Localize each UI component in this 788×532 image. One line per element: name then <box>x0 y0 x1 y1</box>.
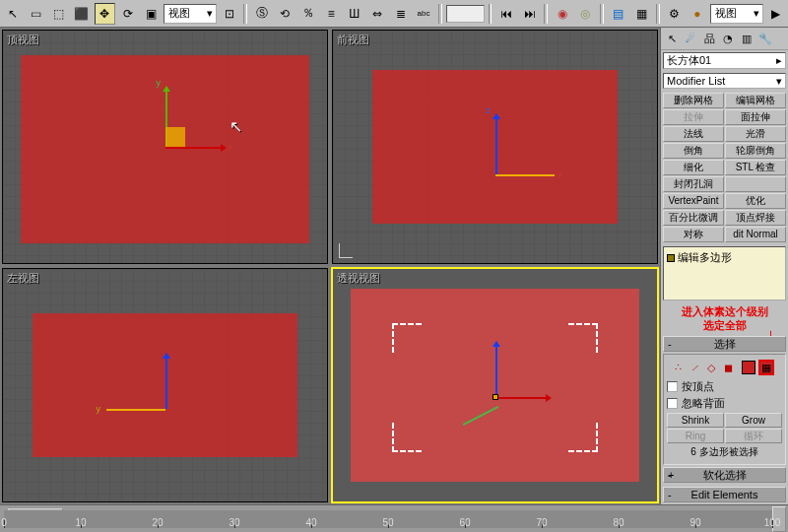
axis-y[interactable] <box>106 409 165 411</box>
rotate-icon[interactable]: ⟳ <box>117 3 138 25</box>
axis-z[interactable] <box>495 343 497 397</box>
loop-button[interactable]: 循环 <box>725 429 782 443</box>
separator <box>544 4 548 24</box>
create-tab-icon[interactable]: ↖ <box>663 30 681 47</box>
soft-selection-rollout-header[interactable]: + 软化选择 <box>663 467 786 483</box>
axis-z-label: z <box>487 105 492 115</box>
axis-plane[interactable] <box>165 127 185 147</box>
ring-button[interactable]: Ring <box>667 429 724 443</box>
select-paint-icon[interactable]: ⬛ <box>71 3 92 25</box>
viewport-front[interactable]: 前视图 z x <box>332 30 658 264</box>
mod-btn[interactable]: 封闭孔洞 <box>663 176 724 192</box>
checkbox-icon[interactable] <box>667 398 678 409</box>
ruler-label: 10 <box>75 517 86 528</box>
spinner-snap-icon[interactable]: ≡ <box>321 3 342 25</box>
element-level-active-icon[interactable]: ▦ <box>758 360 774 375</box>
annotation-line1: 进入体素这个级别 <box>682 305 768 317</box>
schematic-icon[interactable]: ▤ <box>608 3 628 25</box>
select-region-icon[interactable]: ▭ <box>25 3 45 25</box>
ignore-backfacing-checkbox[interactable]: 忽略背面 <box>667 396 782 411</box>
next-key-icon[interactable]: ⏭ <box>519 3 540 25</box>
axis-x[interactable] <box>165 147 225 149</box>
mod-btn[interactable]: 编辑网格 <box>725 93 786 108</box>
quick-render-icon[interactable]: ● <box>687 3 707 25</box>
stack-item[interactable]: 编辑多边形 <box>667 250 782 265</box>
mirror-icon[interactable]: Ш <box>344 3 364 25</box>
viewport-left[interactable]: 左视图 y <box>2 268 328 502</box>
select-lasso-icon[interactable]: ⬚ <box>48 3 69 25</box>
axis-x[interactable] <box>495 397 550 399</box>
viewport-top[interactable]: 顶视图 y x ↖ <box>2 30 328 264</box>
motion-tab-icon[interactable]: ◔ <box>719 30 737 47</box>
element-level-icon[interactable] <box>742 361 755 374</box>
mod-btn[interactable]: 细化 <box>663 160 724 175</box>
percent-snap-icon[interactable]: ％ <box>297 3 318 25</box>
mod-btn[interactable]: 倒角 <box>663 143 724 159</box>
border-level-icon[interactable]: ◇ <box>704 361 718 374</box>
ruler-label: 100 <box>764 517 781 528</box>
checkbox-icon[interactable] <box>667 381 678 392</box>
mod-btn[interactable]: STL 检查 <box>725 160 786 175</box>
selection-rollout-header[interactable]: 选择 <box>663 336 786 352</box>
scale-icon[interactable]: ▣ <box>141 3 162 25</box>
render-icon[interactable]: ◎ <box>575 3 596 25</box>
mod-btn[interactable]: dit Normal <box>725 227 786 242</box>
by-vertex-checkbox[interactable]: 按顶点 <box>667 379 782 394</box>
mod-btn[interactable]: 光滑 <box>725 126 786 142</box>
pivot-icon[interactable]: ⊡ <box>219 3 239 25</box>
hierarchy-tab-icon[interactable]: 品 <box>700 30 718 47</box>
modifier-list-dropdown[interactable]: Modifier List <box>663 73 786 89</box>
stack-toggle-icon[interactable] <box>667 254 675 262</box>
curve-editor-icon[interactable]: ▦ <box>630 3 651 25</box>
named-sel-icon[interactable]: abc <box>413 3 433 25</box>
mod-btn[interactable]: VertexPaint <box>663 193 724 209</box>
soft-selection-label: 软化选择 <box>703 469 747 481</box>
mod-btn[interactable]: 法线 <box>663 126 724 142</box>
key-spinner[interactable] <box>446 5 485 23</box>
polygon-level-icon[interactable]: ◼ <box>721 361 735 374</box>
ruler-label: 40 <box>305 517 316 528</box>
utilities-tab-icon[interactable]: 🔧 <box>756 30 774 47</box>
edge-level-icon[interactable]: ⟋ <box>688 361 701 374</box>
modify-tab-icon[interactable]: ☄ <box>682 30 699 47</box>
move-icon[interactable]: ✥ <box>95 3 115 25</box>
axis-z[interactable] <box>495 115 497 174</box>
ruler-label: 80 <box>613 517 624 528</box>
main-area: 顶视图 y x ↖ 前视图 z <box>0 28 788 504</box>
annotation-text: 进入体素这个级别 选定全部 ↓ <box>661 302 788 334</box>
modifier-stack[interactable]: 编辑多边形 <box>663 246 786 300</box>
axis-x[interactable] <box>495 174 555 176</box>
edit-elements-rollout-header[interactable]: Edit Elements <box>663 487 786 502</box>
prev-key-icon[interactable]: ⏮ <box>495 3 516 25</box>
mod-btn[interactable]: 对称 <box>663 227 724 242</box>
main-toolbar: ↖ ▭ ⬚ ⬛ ✥ ⟳ ▣ 视图 ⊡ Ⓢ ⟲ ％ ≡ Ш ⇔ ≣ abc ⏮ ⏭… <box>0 0 788 28</box>
quad-viewports: 顶视图 y x ↖ 前视图 z <box>0 28 660 504</box>
mod-btn[interactable]: 顶点焊接 <box>725 210 786 226</box>
mod-btn <box>725 176 786 192</box>
grow-button[interactable]: Grow <box>725 413 782 428</box>
mod-btn[interactable]: 轮廓倒角 <box>725 143 786 159</box>
align-icon[interactable]: ⇔ <box>366 3 387 25</box>
render-scene-icon[interactable]: ⚙ <box>664 3 685 25</box>
shrink-button[interactable]: Shrink <box>667 413 724 428</box>
angle-snap-icon[interactable]: ⟲ <box>275 3 296 25</box>
material-editor-icon[interactable]: ◉ <box>552 3 572 25</box>
select-object-icon[interactable]: ↖ <box>2 3 23 25</box>
mod-btn[interactable]: 百分比微调 <box>663 210 724 226</box>
display-tab-icon[interactable]: ▥ <box>738 30 755 47</box>
snap-toggle-icon[interactable]: Ⓢ <box>251 3 272 25</box>
render-last-icon[interactable]: ▶ <box>765 3 786 25</box>
time-ruler[interactable]: 0102030405060708090100 <box>4 510 772 528</box>
object-name-field[interactable]: 长方体01 <box>663 52 786 69</box>
render-view-dropdown[interactable]: 视图 <box>710 4 763 24</box>
mod-btn[interactable]: 删除网格 <box>663 93 724 108</box>
mod-btn[interactable]: 面拉伸 <box>725 109 786 125</box>
mod-btn[interactable]: 拉伸 <box>663 109 724 125</box>
sel-bracket <box>392 323 422 353</box>
mod-btn[interactable]: 优化 <box>725 193 786 209</box>
layers-icon[interactable]: ≣ <box>390 3 411 25</box>
axis-z[interactable] <box>165 355 167 409</box>
viewport-perspective[interactable]: 透视视图 <box>332 268 658 502</box>
vertex-level-icon[interactable]: ∴ <box>671 361 685 374</box>
ref-coord-dropdown[interactable]: 视图 <box>164 4 217 24</box>
